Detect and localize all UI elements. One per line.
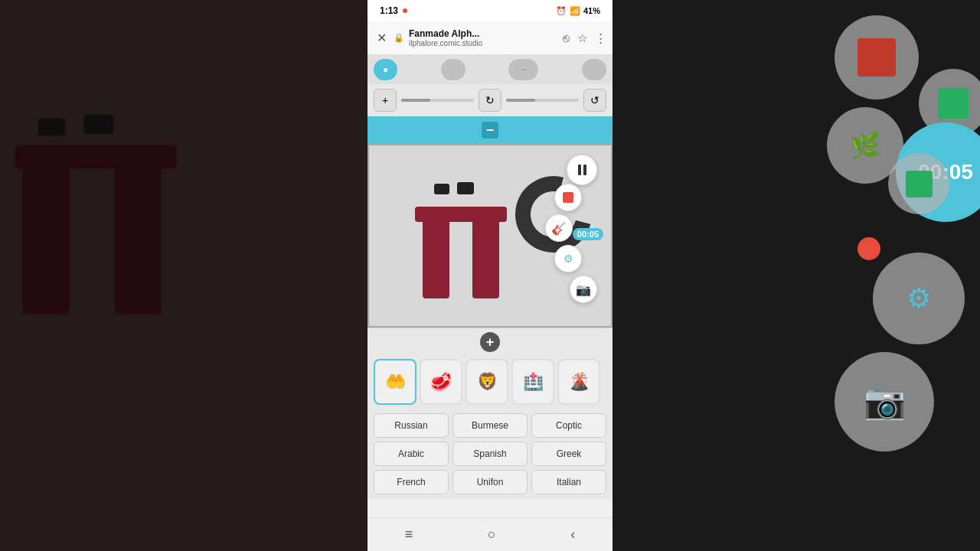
collapse-button[interactable]: − <box>482 122 498 139</box>
zoom-slider-fill-1 <box>401 99 430 102</box>
pi-left-leg <box>423 214 449 298</box>
lang-coptic[interactable]: Coptic <box>531 413 606 438</box>
browser-close-button[interactable]: ✕ <box>374 31 389 45</box>
status-time: 1:13 <box>380 5 398 16</box>
zoom-slider-2[interactable] <box>506 99 579 102</box>
thumbnail-3[interactable]: 🦁 <box>466 359 508 405</box>
redo-button[interactable]: ↺ <box>583 89 606 112</box>
pause-icon <box>578 165 586 175</box>
lang-italian[interactable]: Italian <box>531 470 606 494</box>
lang-unifon[interactable]: Unifon <box>452 470 528 494</box>
page-domain: ilphalore.comic.studio <box>409 39 558 47</box>
bg-left-panel <box>0 0 368 551</box>
bg-red-dot <box>858 237 880 260</box>
zoom-slider-fill-2 <box>506 99 535 102</box>
url-area[interactable]: Fanmade Alph... ilphalore.comic.studio <box>409 28 558 47</box>
language-grid: Russian Burmese Coptic Arabic Spanish Gr… <box>368 409 612 499</box>
plus-icon: + <box>382 94 388 106</box>
lang-greek[interactable]: Greek <box>531 442 606 466</box>
lock-icon: 🔒 <box>394 33 404 43</box>
pi-eye-right <box>457 182 474 194</box>
bottom-navigation: ≡ ○ ‹ <box>368 517 612 551</box>
stop-button[interactable] <box>554 184 582 211</box>
battery-text: 41% <box>583 6 600 15</box>
thumb-icon-1: 🤲 <box>385 372 406 392</box>
refresh-button[interactable]: ↻ <box>479 89 501 112</box>
pi-character <box>415 176 507 306</box>
inactive-tab-2[interactable]: − <box>508 59 538 80</box>
add-scene-row: + <box>368 328 612 355</box>
timer-badge: 00:05 <box>573 228 603 240</box>
bg-camera-icon: 📷 <box>864 382 906 422</box>
status-left: 1:13 <box>380 5 407 16</box>
settings-button[interactable]: ⚙ <box>554 245 582 272</box>
browser-action-icons: ⎋ ☆ ⋮ <box>563 31 606 45</box>
lang-french[interactable]: French <box>374 470 449 494</box>
camera-button[interactable]: 📷 <box>570 276 597 303</box>
bg-red-square <box>858 38 896 77</box>
guitar-icon: 🎸 <box>551 221 567 236</box>
animation-canvas: 🎸 ⚙ 📷 00:05 <box>368 144 612 328</box>
bg-green-square1 <box>938 88 969 119</box>
pi-right-leg <box>472 214 499 298</box>
character-thumbnails-row: 🤲 🥩 🦁 🏥 🌋 <box>368 355 612 409</box>
recording-dot <box>403 8 407 13</box>
lang-spanish[interactable]: Spanish <box>452 442 528 466</box>
page-title: Fanmade Alph... <box>409 28 558 39</box>
lang-burmese[interactable]: Burmese <box>452 413 528 438</box>
inactive-tab-3[interactable] <box>582 59 606 80</box>
share-icon[interactable]: ⎋ <box>563 31 570 45</box>
nav-menu-icon[interactable]: ≡ <box>405 527 413 543</box>
pause-button[interactable] <box>567 155 597 185</box>
lang-arabic[interactable]: Arabic <box>374 442 449 466</box>
thumb-icon-4: 🏥 <box>523 372 544 392</box>
status-bar: 1:13 ⏰ 📶 41% <box>368 0 612 21</box>
stop-icon <box>563 192 573 203</box>
add-icon: + <box>486 335 495 349</box>
bookmark-icon[interactable]: ☆ <box>577 31 587 45</box>
camera-icon: 📷 <box>576 282 591 297</box>
thumbnail-1[interactable]: 🤲 <box>374 359 416 405</box>
alarm-icon: ⏰ <box>556 6 567 16</box>
plus-tool-button[interactable]: + <box>374 89 397 112</box>
phone-frame: 1:13 ⏰ 📶 41% ✕ 🔒 Fanmade Alph... ilphalo… <box>368 0 612 551</box>
bg-circle-red <box>835 15 919 99</box>
bg-circle-green2 <box>888 153 949 214</box>
bg-circle-camera: 📷 <box>835 352 934 452</box>
top-toolbar: ● − <box>368 55 612 84</box>
thumb-icon-2: 🥩 <box>430 371 452 393</box>
refresh-icon: ↻ <box>485 94 495 106</box>
settings-adjust-icon: ⚙ <box>564 253 573 265</box>
active-tab-button[interactable]: ● <box>374 59 397 80</box>
thumb-icon-5: 🌋 <box>569 372 590 392</box>
canvas-inner: 🎸 ⚙ 📷 00:05 <box>369 145 611 326</box>
thumbnail-4[interactable]: 🏥 <box>511 359 554 405</box>
lang-russian[interactable]: Russian <box>374 413 449 438</box>
thumb-icon-3: 🦁 <box>477 372 498 392</box>
pi-eye-left <box>434 184 449 194</box>
bg-circle-settings: ⚙ <box>873 253 965 344</box>
wifi-icon: 📶 <box>570 6 580 16</box>
bg-leaf-icon: 🌿 <box>850 131 880 160</box>
status-right: ⏰ 📶 41% <box>556 6 600 16</box>
nav-back-icon[interactable]: ‹ <box>570 527 575 543</box>
more-icon[interactable]: ⋮ <box>595 31 606 45</box>
blue-accent-bar: − <box>368 116 612 144</box>
thumbnail-2[interactable]: 🥩 <box>420 359 462 405</box>
bg-right-panel: 🌿 00:05 ⚙ 📷 <box>612 0 980 551</box>
secondary-toolbar: + ↻ ↺ <box>368 84 612 116</box>
bg-green-square2 <box>906 171 933 197</box>
thumbnail-5[interactable]: 🌋 <box>557 359 600 405</box>
guitar-button[interactable]: 🎸 <box>545 214 573 242</box>
zoom-slider-1[interactable] <box>401 99 474 102</box>
inactive-tab-1[interactable] <box>441 59 466 80</box>
redo-icon: ↺ <box>590 94 599 106</box>
minus-icon: − <box>486 122 495 139</box>
bg-settings-icon: ⚙ <box>906 282 931 315</box>
nav-home-icon[interactable]: ○ <box>488 527 496 543</box>
add-scene-button[interactable]: + <box>480 332 500 352</box>
browser-toolbar: ✕ 🔒 Fanmade Alph... ilphalore.comic.stud… <box>368 21 612 55</box>
